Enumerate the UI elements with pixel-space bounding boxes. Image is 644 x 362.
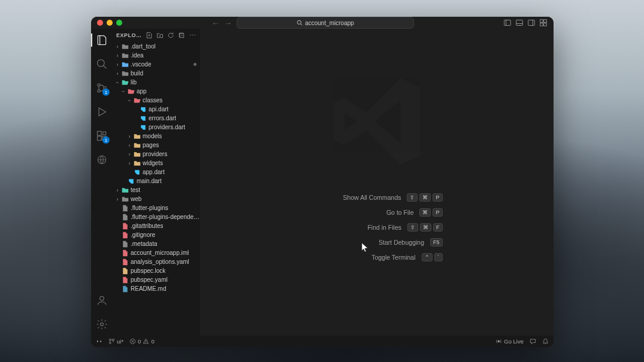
- tree-item[interactable]: app.dart: [113, 168, 200, 177]
- tree-item[interactable]: pubspec.lock: [113, 266, 200, 275]
- tree-item[interactable]: pubspec.yaml: [113, 275, 200, 284]
- tree-item-label: README.md: [131, 285, 166, 292]
- svg-rect-1: [504, 20, 511, 26]
- chevron-icon: ›: [127, 133, 132, 139]
- collapse-all-icon[interactable]: [177, 31, 186, 39]
- explorer-icon[interactable]: [95, 34, 108, 47]
- svg-rect-13: [98, 136, 102, 141]
- feedback-icon[interactable]: [530, 338, 536, 345]
- tree-item[interactable]: .flutter-plugins: [113, 203, 200, 212]
- tree-item[interactable]: .gitattributes: [113, 221, 200, 230]
- run-debug-icon[interactable]: [95, 105, 108, 118]
- refresh-icon[interactable]: [167, 31, 175, 39]
- tree-item[interactable]: ›.vscode: [113, 60, 200, 69]
- status-bar: ui* 0 0 Go Live: [91, 336, 554, 347]
- nav-forward-icon[interactable]: →: [224, 19, 232, 28]
- file-icon: [122, 258, 129, 266]
- layout-panel-icon[interactable]: [515, 19, 524, 27]
- svg-point-24: [498, 340, 500, 342]
- tree-item[interactable]: ›lib: [113, 78, 200, 87]
- tree-item[interactable]: api.dart: [113, 105, 200, 114]
- new-file-icon[interactable]: [145, 31, 153, 39]
- nav-back-icon[interactable]: ←: [211, 19, 219, 28]
- go-live-button[interactable]: Go Live: [495, 338, 524, 345]
- tree-item[interactable]: errors.dart: [113, 114, 200, 123]
- tree-item[interactable]: .gitignore: [113, 230, 200, 239]
- notifications-icon[interactable]: [542, 338, 549, 345]
- tree-item-label: api.dart: [149, 106, 168, 112]
- tree-item[interactable]: ›.dart_tool: [113, 42, 200, 51]
- tree-item[interactable]: ›providers: [113, 150, 200, 159]
- tree-item[interactable]: ›classes: [113, 96, 200, 105]
- tree-item[interactable]: ›.idea: [113, 51, 200, 60]
- tree-item[interactable]: ›widgets: [113, 159, 200, 168]
- tree-item[interactable]: .metadata: [113, 239, 200, 248]
- tree-item[interactable]: providers.dart: [113, 123, 200, 132]
- tree-item-label: app: [137, 88, 147, 95]
- tree-item-label: .vscode: [131, 61, 151, 68]
- shortcut-row: Show All Commands⇧⌘P: [311, 193, 442, 202]
- chevron-icon: ›: [127, 151, 132, 157]
- accounts-icon[interactable]: [95, 294, 108, 307]
- svg-point-8: [98, 60, 105, 67]
- tree-item[interactable]: ›build: [113, 69, 200, 78]
- layout-sidebar-right-icon[interactable]: [527, 19, 536, 27]
- tree-item[interactable]: ›web: [113, 194, 200, 203]
- layout-sidebar-left-icon[interactable]: [503, 19, 512, 27]
- dart-file-icon: [134, 169, 141, 176]
- tree-item[interactable]: ›app: [113, 87, 200, 96]
- new-folder-icon[interactable]: [156, 31, 164, 39]
- source-control-icon[interactable]: 1: [95, 81, 108, 95]
- chevron-icon: ›: [115, 44, 120, 50]
- git-branch[interactable]: ui*: [108, 338, 123, 345]
- go-live-label: Go Live: [504, 338, 524, 345]
- welcome-shortcuts: Show All Commands⇧⌘PGo to File⌘PFind in …: [311, 193, 442, 261]
- tree-item-label: .idea: [131, 52, 144, 59]
- folder-icon: [134, 133, 141, 140]
- tree-item-label: analysis_options.yaml: [131, 258, 189, 265]
- problems[interactable]: 0 0: [129, 338, 155, 345]
- window-minimize-button[interactable]: [107, 20, 113, 26]
- tree-item-label: main.dart: [137, 178, 162, 184]
- svg-rect-3: [528, 20, 535, 26]
- explorer-sidebar: EXPLORE… ⋯ ›.dart_tool›.idea›.vscode›bui…: [113, 29, 200, 336]
- command-center[interactable]: account_microapp: [237, 17, 414, 29]
- search-icon: [297, 20, 303, 26]
- tree-item-label: web: [131, 196, 141, 202]
- vscode-window: ← → account_microapp: [91, 17, 554, 347]
- folder-icon: [122, 187, 129, 194]
- tree-item[interactable]: .flutter-plugins-dependen…: [113, 212, 200, 221]
- keyboard-key: ⌃: [422, 253, 433, 261]
- remote-indicator[interactable]: [96, 338, 102, 345]
- tree-item[interactable]: analysis_options.yaml: [113, 257, 200, 266]
- tree-item[interactable]: ›test: [113, 185, 200, 194]
- window-close-button[interactable]: [97, 20, 103, 26]
- file-tree: ›.dart_tool›.idea›.vscode›build›lib›app›…: [113, 42, 200, 336]
- file-icon: [122, 241, 129, 248]
- svg-point-0: [297, 20, 301, 24]
- folder-icon: [134, 97, 141, 104]
- settings-gear-icon[interactable]: [95, 318, 108, 331]
- remote-icon[interactable]: [95, 153, 108, 166]
- search-tab-icon[interactable]: [95, 57, 108, 71]
- folder-icon: [122, 79, 129, 86]
- more-icon[interactable]: ⋯: [188, 31, 196, 39]
- tree-item[interactable]: ›pages: [113, 141, 200, 150]
- svg-point-18: [101, 323, 104, 326]
- tree-item[interactable]: ›models: [113, 132, 200, 141]
- customize-layout-icon[interactable]: [539, 19, 548, 27]
- folder-icon: [122, 52, 129, 59]
- dart-file-icon: [140, 106, 147, 113]
- vscode-logo-icon: [323, 68, 431, 175]
- tree-item[interactable]: account_microapp.iml: [113, 248, 200, 257]
- svg-rect-2: [516, 20, 523, 26]
- tree-item[interactable]: README.md: [113, 284, 200, 293]
- extensions-icon[interactable]: 1: [95, 129, 108, 142]
- window-maximize-button[interactable]: [116, 20, 122, 26]
- tree-item[interactable]: main.dart: [113, 177, 200, 185]
- tree-item-label: lib: [131, 79, 137, 86]
- file-icon: [122, 205, 129, 212]
- tree-item-label: pubspec.yaml: [131, 276, 168, 283]
- keyboard-key: F5: [430, 238, 443, 247]
- tree-item-label: .gitattributes: [131, 223, 163, 229]
